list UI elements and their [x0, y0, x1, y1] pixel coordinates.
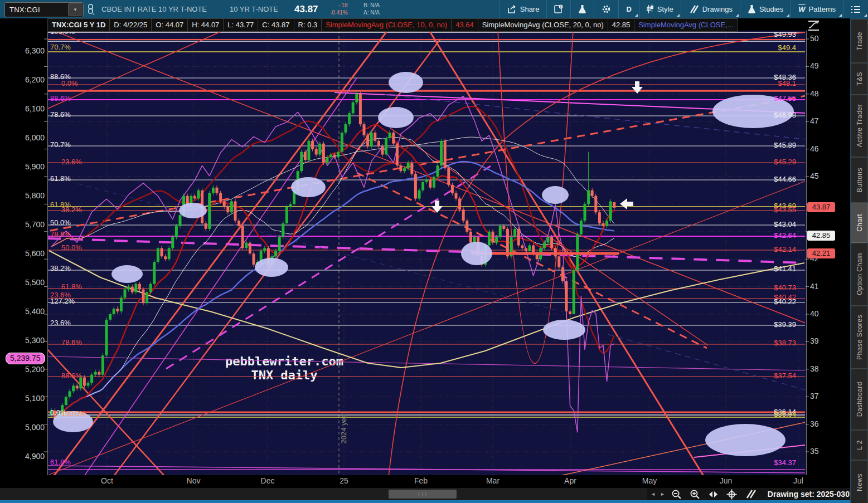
drawings-icon — [688, 5, 699, 13]
symbol-input[interactable]: TNX:CGI ▼ — [4, 2, 84, 17]
candle-body — [134, 284, 137, 292]
legend-symbol[interactable]: TNX:CGI 5 Y 1D — [47, 18, 110, 32]
price-target-label: $46.98 — [751, 111, 796, 119]
dashed-trend-line — [166, 166, 491, 369]
highlight-ellipse — [389, 72, 423, 93]
sidebar-tab-label: Buttons — [856, 168, 864, 192]
highlight-ellipse — [179, 203, 207, 218]
sidebar-tab-news[interactable]: News — [851, 460, 868, 503]
sidebar-tab-label: Option Chain — [856, 253, 864, 295]
timeframe-button[interactable]: D — [618, 0, 638, 18]
candle-body — [488, 232, 491, 246]
fib-level-label: 23.6% — [61, 158, 82, 166]
price-axis-badge: 43.87 — [807, 202, 835, 212]
right-axis-label: 49 — [810, 61, 819, 70]
drawing-set-label[interactable]: Drawing set: 2025-0307 — [768, 490, 854, 499]
fib-level-label: 88.6% — [50, 94, 71, 102]
legend-low: L: 43.77 — [224, 18, 258, 32]
candle-body — [263, 248, 266, 251]
left-axis-label: 6,000 — [6, 133, 45, 142]
left-axis-label: 5,700 — [6, 220, 45, 229]
legend-sma50-label[interactable]: SimpleMovingAvg (CLOSE,... — [634, 18, 738, 32]
time-axis-label: Nov — [187, 476, 201, 485]
candle-body — [414, 174, 417, 198]
sidebar-tab-active-trader[interactable]: Active Trader — [851, 95, 868, 157]
candle-body — [407, 163, 410, 168]
right-axis-label: 38 — [810, 364, 819, 373]
scroll-left-button[interactable]: ◄ — [651, 491, 656, 497]
style-button[interactable]: Style — [639, 0, 681, 18]
settings-button[interactable] — [594, 0, 618, 18]
left-axis-label: 5,100 — [6, 394, 45, 403]
right-axis-label: 40 — [810, 309, 819, 318]
legend-sma10-label[interactable]: SimpleMovingAvg (CLOSE, 10, 0, no) — [322, 18, 452, 32]
candle-body — [315, 149, 318, 155]
note-icon: i — [554, 4, 563, 14]
highlight-ellipse — [461, 242, 492, 265]
link-icon[interactable] — [86, 4, 95, 14]
analysis-tools-button[interactable] — [570, 0, 594, 18]
candle-body — [557, 256, 560, 267]
legend-sma20-label[interactable]: SimpleMovingAvg (CLOSE, 20, 0, no) — [478, 18, 608, 32]
candle-body — [374, 133, 376, 141]
scroll-right-button[interactable]: ► — [660, 491, 665, 497]
crosshair-button[interactable] — [726, 489, 737, 500]
zoom-out-button[interactable] — [671, 489, 682, 500]
candle-body — [168, 248, 171, 259]
chart-canvas[interactable] — [0, 0, 868, 503]
studies-button[interactable]: Studies — [740, 0, 791, 18]
candle-body — [355, 94, 358, 102]
candle-body — [278, 237, 281, 251]
sidebar-tab-l-2[interactable]: L 2 — [851, 430, 868, 460]
candle-body — [197, 191, 200, 199]
scrollbar-thumb[interactable]: | | | — [389, 490, 457, 499]
zoom-in-button[interactable] — [690, 489, 700, 500]
sidebar-tab-buttons[interactable]: Buttons — [851, 157, 868, 203]
sidebar-tab-t-s[interactable]: T&S — [851, 63, 868, 95]
candle-body — [377, 141, 380, 146]
highlight-ellipse — [378, 107, 414, 128]
chart-scrollbar[interactable]: | | | — [0, 488, 647, 500]
notes-button[interactable]: i — [546, 0, 570, 18]
candle-body — [502, 226, 505, 229]
candle-body — [226, 207, 229, 212]
svg-text:i: i — [561, 4, 562, 8]
candle-body — [337, 152, 340, 158]
auto-scale-button[interactable] — [708, 491, 719, 498]
candle-body — [418, 191, 421, 199]
sidebar-tab-label: Trade — [856, 32, 864, 50]
patterns-button[interactable]: W Patterns — [791, 0, 843, 18]
drawing-tools-button[interactable] — [745, 490, 756, 499]
legend-high: H: 44.07 — [188, 18, 224, 32]
sidebar-tab-dashboard[interactable]: Dashboard — [851, 369, 868, 430]
menu-button[interactable] — [843, 0, 868, 18]
fib-level-label: 78.6% — [61, 338, 82, 346]
price-target-label: $49.4 — [751, 43, 796, 52]
symbol-dropdown-icon[interactable]: ▼ — [68, 3, 83, 16]
candle-body — [366, 135, 369, 146]
fit-studies-icon[interactable] — [807, 19, 821, 32]
sidebar-tab-option-chain[interactable]: Option Chain — [851, 243, 868, 306]
candle-body — [495, 237, 498, 243]
candle-body — [455, 193, 458, 199]
candle-body — [591, 191, 594, 196]
candle-body — [245, 243, 248, 248]
sidebar-tab-trade[interactable]: Trade — [851, 19, 868, 63]
candle-body — [216, 188, 219, 193]
sidebar-tab-chart[interactable]: Chart — [851, 203, 868, 243]
candle-body — [175, 226, 178, 237]
left-axis-label: 6,200 — [6, 75, 45, 84]
symbol-value[interactable]: TNX:CGI — [5, 6, 68, 14]
price-target-label: $40.73 — [751, 284, 796, 292]
candle-body — [613, 202, 615, 208]
sidebar-tab-phase-scores[interactable]: Phase Scores — [851, 306, 868, 369]
left-axis-label: 5,500 — [6, 278, 45, 287]
price-axis-badge: 42.85 — [807, 231, 835, 241]
share-button[interactable]: Share — [500, 0, 547, 18]
highlight-ellipse — [111, 265, 143, 283]
drawings-button[interactable]: Drawings — [681, 0, 740, 18]
candle-body — [587, 191, 590, 204]
left-arrow-annotation — [620, 198, 633, 209]
candle-body — [525, 248, 527, 251]
candle-body — [83, 378, 86, 386]
